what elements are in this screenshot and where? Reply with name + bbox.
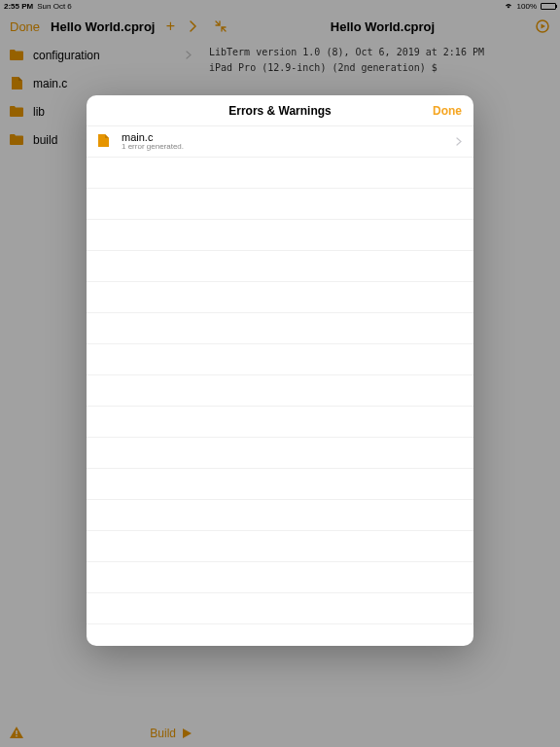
empty-row (87, 220, 473, 251)
error-row[interactable]: main.c1 error generated. (87, 126, 473, 158)
modal-header: Errors & Warnings Done (87, 95, 473, 126)
modal-list: main.c1 error generated. (87, 126, 473, 646)
empty-row (87, 407, 473, 438)
modal-done-button[interactable]: Done (433, 104, 462, 118)
empty-row (87, 593, 473, 624)
empty-row (87, 313, 473, 344)
empty-row (87, 375, 473, 407)
error-subtitle: 1 error generated. (122, 143, 184, 152)
modal-title: Errors & Warnings (228, 104, 332, 118)
empty-row (87, 189, 473, 220)
empty-row (87, 438, 473, 469)
chevron-right-icon (456, 136, 462, 148)
errors-warnings-modal: Errors & Warnings Done main.c1 error gen… (87, 95, 473, 646)
empty-row (87, 251, 473, 282)
empty-row (87, 624, 473, 646)
empty-row (87, 562, 473, 593)
empty-row (87, 158, 473, 189)
empty-row (87, 531, 473, 562)
empty-row (87, 469, 473, 500)
empty-row (87, 500, 473, 531)
empty-row (87, 344, 473, 375)
file-icon (98, 133, 112, 151)
empty-row (87, 282, 473, 313)
